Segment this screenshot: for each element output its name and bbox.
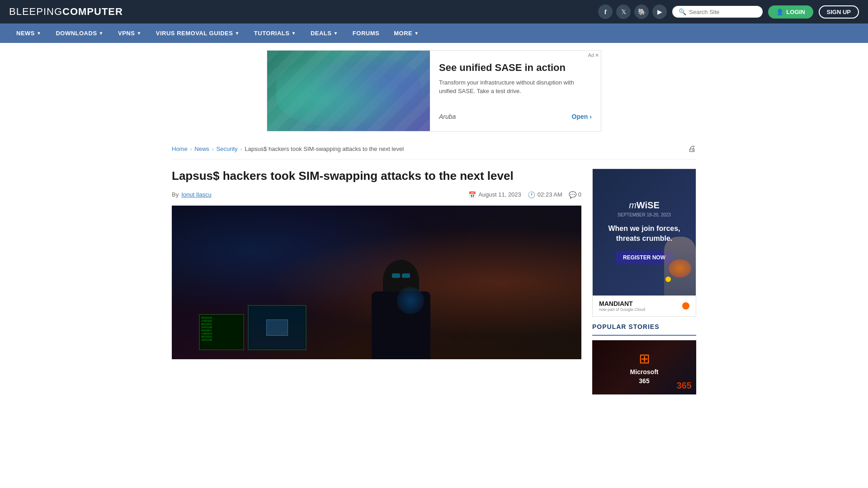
- search-input[interactable]: [689, 9, 756, 15]
- date-value: August 11, 2023: [478, 191, 521, 198]
- article-time: 🕐 02:23 AM: [528, 191, 562, 198]
- search-bar: 🔍: [672, 6, 763, 18]
- logo-light-text: BLEEPING: [9, 6, 62, 17]
- ms365-number: 365: [677, 380, 692, 391]
- main-nav: NEWS ▼ DOWNLOADS ▼ VPNS ▼ VIRUS REMOVAL …: [0, 23, 868, 43]
- nav-forums[interactable]: FORUMS: [345, 23, 387, 43]
- sidebar-ad-image: mWiSE SEPTEMBER 18-20, 2023 When we join…: [593, 169, 696, 296]
- content-layout: Lapsus$ hackers took SIM-swapping attack…: [172, 169, 696, 394]
- header-right: 𝐟 𝕏 🐘 ▶ 🔍 👤 LOGIN SIGN UP: [598, 5, 859, 19]
- ms365-365: 365: [630, 377, 659, 385]
- site-logo[interactable]: BLEEPINGCOMPUTER: [9, 6, 123, 18]
- mastodon-icon[interactable]: 🐘: [634, 5, 649, 19]
- article-comments[interactable]: 💬 0: [569, 191, 581, 198]
- search-icon: 🔍: [679, 8, 686, 15]
- calendar-icon: 📅: [468, 191, 476, 198]
- nav-more[interactable]: MORE ▼: [387, 23, 426, 43]
- nav-news[interactable]: NEWS ▼: [9, 23, 48, 43]
- youtube-icon[interactable]: ▶: [652, 5, 667, 19]
- ad-banner-wrapper: See unified SASE in action Transform you…: [267, 50, 601, 131]
- by-label: By: [172, 191, 179, 198]
- login-button[interactable]: 👤 LOGIN: [768, 5, 813, 19]
- article-hero-image: 0101011011001010001101011010110001010011…: [172, 206, 581, 359]
- nav-virus-removal[interactable]: VIRUS REMOVAL GUIDES ▼: [149, 23, 247, 43]
- sidebar-ad: mWiSE SEPTEMBER 18-20, 2023 When we join…: [592, 169, 696, 317]
- twitter-icon[interactable]: 𝕏: [616, 5, 631, 19]
- site-header: BLEEPINGCOMPUTER 𝐟 𝕏 🐘 ▶ 🔍 👤 LOGIN SIGN …: [0, 0, 868, 23]
- user-icon: 👤: [776, 9, 783, 15]
- ms365-icon: ⊞: [630, 351, 659, 366]
- nav-deals[interactable]: DEALS ▼: [303, 23, 345, 43]
- popular-stories-title: POPULAR STORIES: [592, 317, 696, 336]
- mandiant-sub: now part of Google Cloud: [599, 307, 645, 312]
- time-value: 02:23 AM: [538, 191, 562, 198]
- ad-close-icon: ✕: [595, 52, 599, 58]
- breadcrumb-sep-3: ›: [241, 146, 242, 152]
- ad-description: Transform your infrastructure without di…: [439, 78, 592, 96]
- signup-button[interactable]: SIGN UP: [819, 5, 859, 19]
- breadcrumb-news[interactable]: News: [194, 145, 209, 152]
- nav-downloads-arrow: ▼: [99, 31, 104, 36]
- article-title: Lapsus$ hackers took SIM-swapping attack…: [172, 169, 581, 184]
- nav-more-arrow: ▼: [414, 31, 419, 36]
- monitor-left: 0101011011001010001101011010110001010011…: [199, 314, 244, 350]
- nav-vpns[interactable]: VPNS ▼: [111, 23, 149, 43]
- page-wrapper: Home › News › Security › Lapsus$ hackers…: [163, 139, 705, 394]
- article-date: 📅 August 11, 2023: [468, 191, 521, 198]
- popular-stories-section: POPULAR STORIES ⊞ Microsoft 365 365: [592, 317, 696, 394]
- main-content: Lapsus$ hackers took SIM-swapping attack…: [172, 169, 581, 394]
- ad-banner: See unified SASE in action Transform you…: [267, 50, 601, 131]
- login-label: LOGIN: [786, 9, 805, 15]
- nav-vpns-arrow: ▼: [137, 31, 141, 36]
- breadcrumb-home[interactable]: Home: [172, 145, 188, 152]
- breadcrumb-security[interactable]: Security: [217, 145, 238, 152]
- monitor-center: [248, 305, 307, 350]
- nav-tutorials-label: TUTORIALS: [254, 30, 290, 37]
- breadcrumb-sep-2: ›: [212, 146, 214, 152]
- nav-deals-label: DEALS: [311, 30, 332, 37]
- article-meta: By Ionut Ilascu 📅 August 11, 2023 🕐 02:2…: [172, 191, 581, 198]
- nav-news-label: NEWS: [16, 30, 35, 37]
- nav-deals-arrow: ▼: [333, 31, 338, 36]
- breadcrumb-sep-1: ›: [190, 146, 192, 152]
- nav-forums-label: FORUMS: [353, 30, 379, 37]
- breadcrumb: Home › News › Security › Lapsus$ hackers…: [172, 139, 696, 160]
- monitor-screen-left: 0101011011001010001101011010110001010011…: [201, 316, 242, 348]
- article-author[interactable]: Ionut Ilascu: [181, 191, 212, 198]
- facebook-icon[interactable]: 𝐟: [598, 5, 613, 19]
- nav-tutorials[interactable]: TUTORIALS ▼: [247, 23, 303, 43]
- mwise-date: SEPTEMBER 18-20, 2023: [618, 212, 671, 217]
- mandiant-dot: [682, 302, 689, 310]
- logo-bold-text: COMPUTER: [62, 6, 123, 17]
- orange-bubble: [669, 259, 691, 277]
- article-meta-right: 📅 August 11, 2023 🕐 02:23 AM 💬 0: [468, 191, 581, 198]
- social-icons: 𝐟 𝕏 🐘 ▶: [598, 5, 667, 19]
- ad-close-button[interactable]: Ad ✕: [588, 52, 599, 58]
- ad-banner-image: [267, 51, 430, 131]
- ad-open-label: Open: [572, 113, 588, 120]
- article-meta-left: By Ionut Ilascu: [172, 191, 212, 198]
- monitor-screen-center: [250, 307, 304, 348]
- screen-glow: [397, 287, 424, 314]
- nav-downloads[interactable]: DOWNLOADS ▼: [48, 23, 111, 43]
- popular-thumbnail-1[interactable]: ⊞ Microsoft 365 365: [592, 340, 696, 394]
- ad-wave-shape: [276, 55, 421, 127]
- ad-open-button[interactable]: Open ›: [572, 113, 592, 120]
- breadcrumb-left: Home › News › Security › Lapsus$ hackers…: [172, 145, 404, 152]
- ms365-logo: ⊞ Microsoft 365: [630, 351, 659, 385]
- ad-content: See unified SASE in action Transform you…: [430, 51, 601, 131]
- mandiant-logo-section: MANDIANT now part of Google Cloud: [599, 300, 645, 312]
- nav-vpns-label: VPNS: [118, 30, 135, 37]
- print-icon[interactable]: 🖨: [688, 144, 696, 154]
- yellow-dot: [665, 277, 671, 282]
- ad-footer: Aruba Open ›: [439, 113, 592, 120]
- mwise-logo: mWiSE: [629, 200, 660, 211]
- ad-label: Ad: [588, 52, 594, 58]
- sidebar: mWiSE SEPTEMBER 18-20, 2023 When we join…: [592, 169, 696, 394]
- comments-count: 0: [578, 191, 581, 198]
- nav-tutorials-arrow: ▼: [291, 31, 296, 36]
- ad-brand: Aruba: [439, 113, 456, 120]
- nav-more-label: MORE: [394, 30, 412, 37]
- ad-open-chevron: ›: [590, 113, 592, 120]
- nav-virus-label: VIRUS REMOVAL GUIDES: [156, 30, 233, 37]
